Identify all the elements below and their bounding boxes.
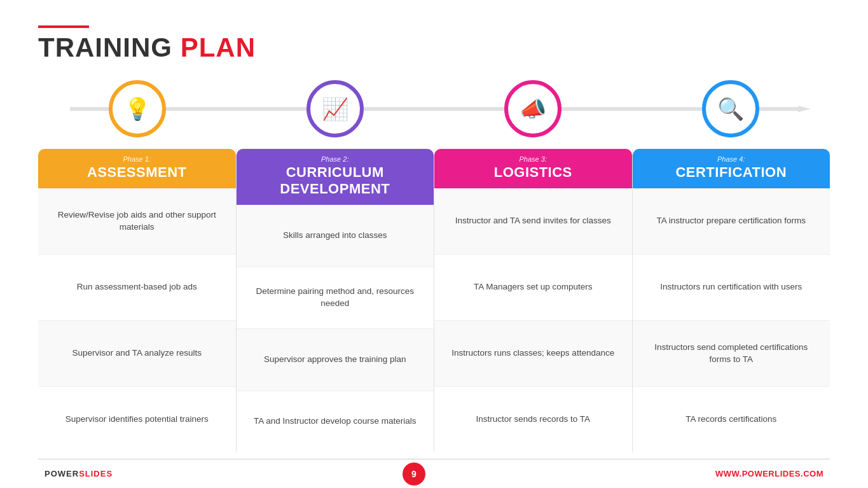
footer: POWERSLIDES 9 WWW.POWERLIDES.COM <box>38 459 830 488</box>
phase4-icon: 🔍 <box>702 80 759 137</box>
phase3-label: Phase 3: <box>444 155 622 163</box>
timeline: 💡 📈 📣 🔍 <box>38 80 830 137</box>
phase2-item-2: Determine pairing method and, resources … <box>237 267 434 329</box>
phase4-item-3: Instructors send completed certification… <box>633 321 830 387</box>
phases-table: Phase 1: Assessment Review/Revise job ai… <box>38 149 830 452</box>
phase1-items: Review/Revise job aids and other support… <box>38 188 236 452</box>
slide-title: TRAINING PLAN <box>38 33 830 62</box>
title-red: PLAN <box>181 32 256 62</box>
phase2-item-1: Skills arranged into classes <box>237 205 434 267</box>
phase2-items: Skills arranged into classes Determine p… <box>237 205 434 452</box>
phase3-item-4: Instructor sends records to TA <box>434 387 632 452</box>
phase3-column: Phase 3: Logistics Instructor and TA sen… <box>434 149 633 452</box>
phase2-item-4: TA and Instructor develop course materia… <box>237 391 434 452</box>
title-black: TRAINING <box>38 32 181 62</box>
phase3-icon: 📣 <box>504 80 561 137</box>
phase2-label: Phase 2: <box>247 155 424 163</box>
phase3-item-2: TA Managers set up computers <box>434 254 632 321</box>
phase2-header: Phase 2: Curriculum Development <box>237 149 434 205</box>
phase2-column: Phase 2: Curriculum Development Skills a… <box>237 149 435 452</box>
phase4-name: Certification <box>643 164 820 181</box>
phase3-header: Phase 3: Logistics <box>434 149 632 188</box>
phase4-column: Phase 4: Certification TA instructor pre… <box>633 149 830 452</box>
phase4-header: Phase 4: Certification <box>633 149 830 188</box>
phase1-icon: 💡 <box>109 80 166 137</box>
phase4-item-1: TA instructor prepare certification form… <box>633 188 830 254</box>
phase4-item-2: Instructors run certification with users <box>633 254 830 321</box>
phase2-name: Curriculum Development <box>247 164 424 197</box>
page-number: 9 <box>403 463 425 485</box>
phase4-label: Phase 4: <box>643 155 820 163</box>
footer-brand: POWERSLIDES <box>45 469 113 478</box>
footer-brand-red: SLIDES <box>79 469 113 478</box>
phase3-items: Instructor and TA send invites for class… <box>434 188 632 452</box>
phase3-item-3: Instructors runs classes; keeps attendan… <box>434 321 632 387</box>
phase1-label: Phase 1: <box>48 155 226 163</box>
phase3-item-1: Instructor and TA send invites for class… <box>434 188 632 254</box>
timeline-icons: 💡 📈 📣 🔍 <box>38 80 830 137</box>
phase1-column: Phase 1: Assessment Review/Revise job ai… <box>38 149 237 452</box>
slide: TRAINING PLAN 💡 📈 📣 🔍 Phase 1: Assessmen… <box>0 0 868 488</box>
phase4-items: TA instructor prepare certification form… <box>633 188 830 452</box>
phase3-name: Logistics <box>444 164 622 181</box>
phase1-item-2: Run assessment-based job ads <box>38 254 236 321</box>
footer-url: WWW.POWERLIDES.COM <box>715 469 823 478</box>
phase1-item-3: Supervisor and TA analyze results <box>38 321 236 387</box>
red-accent-line <box>38 25 89 28</box>
phase1-header: Phase 1: Assessment <box>38 149 236 188</box>
phase1-item-1: Review/Revise job aids and other support… <box>38 188 236 254</box>
phase4-item-4: TA records certifications <box>633 387 830 452</box>
phase1-name: Assessment <box>48 164 226 181</box>
phase2-icon: 📈 <box>307 80 364 137</box>
header: TRAINING PLAN <box>38 25 830 62</box>
phase1-item-4: Supervisor identifies potential trainers <box>38 387 236 452</box>
phase2-item-3: Supervisor approves the training plan <box>237 329 434 391</box>
